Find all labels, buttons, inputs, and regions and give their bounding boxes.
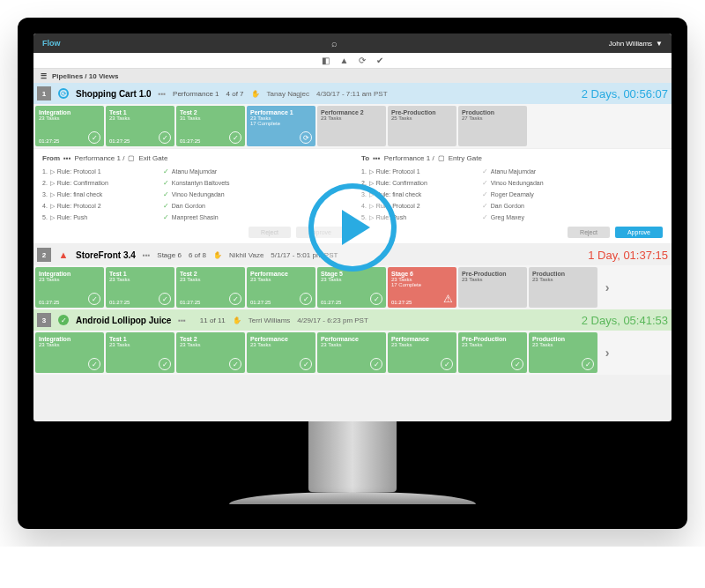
stage-tasks: 23 Tasks bbox=[109, 115, 171, 121]
stage-tasks: 31 Tasks bbox=[180, 115, 241, 121]
gate-rule-row: 3.▷Rule: final check ✓Roger Dearnaly bbox=[361, 189, 663, 200]
stage-tasks: 23 Tasks bbox=[180, 277, 241, 282]
stage-subtext: 17 Complete bbox=[250, 121, 312, 126]
rule-icon: ▷ bbox=[50, 203, 55, 210]
success-icon: ✓ bbox=[58, 315, 69, 325]
approve-button[interactable]: Approve bbox=[615, 227, 663, 238]
stage-name: Performance 1 bbox=[250, 109, 312, 115]
pipeline-number: 2 bbox=[37, 248, 51, 262]
toolbar: ◧ ▲ ⟳ ✔ bbox=[33, 53, 672, 69]
stage-card[interactable]: Production 23 Tasks ✓ bbox=[529, 332, 597, 373]
rule-name: Rule: Protocol 1 bbox=[376, 168, 420, 175]
pending-icon: ✓ bbox=[482, 213, 488, 221]
stage-name: Production bbox=[532, 336, 594, 342]
rule-name: Rule: final check bbox=[57, 191, 102, 197]
gate-rule-row: 3.▷Rule: final check ✓Vinoo Nedungadan bbox=[42, 189, 344, 200]
stage-card[interactable]: Test 1 23 Tasks ✓ bbox=[106, 332, 174, 373]
running-icon: ⟳ bbox=[58, 88, 69, 99]
approver-name: Vinoo Nedungadan bbox=[491, 180, 544, 186]
stage-card[interactable]: Production 23 Tasks bbox=[529, 267, 597, 308]
stage-card[interactable]: Test 2 23 Tasks ✓ bbox=[176, 332, 245, 373]
approver-name: Dan Gordon bbox=[172, 203, 205, 209]
app-screen: Flow ⌕ John Williams ▼ ◧ ▲ ⟳ ✔ ☰ Pipelin… bbox=[33, 33, 672, 421]
stage-card[interactable]: Integration 23 Tasks 01:27:25✓ bbox=[35, 106, 104, 146]
pipeline-owner: Tanay Nagjec bbox=[267, 90, 309, 98]
stage-time: 01:27:25 bbox=[321, 300, 341, 305]
pending-icon: ✓ bbox=[482, 202, 488, 210]
menu-icon[interactable]: ☰ bbox=[41, 72, 47, 80]
approver-name: Konstantyn Baltovets bbox=[172, 180, 230, 186]
stage-name: Test 2 bbox=[180, 109, 241, 115]
stage-card[interactable]: Stage 5 23 Tasks 01:27:25✓ bbox=[317, 267, 386, 308]
pipeline-stage: Performance 1 bbox=[173, 90, 219, 98]
stage-tasks: 23 Tasks bbox=[109, 342, 171, 347]
stage-tasks: 23 Tasks bbox=[39, 277, 100, 282]
stage-card[interactable]: Test 1 23 Tasks 01:27:25✓ bbox=[106, 267, 174, 308]
stage-card[interactable]: Integration 23 Tasks ✓ bbox=[35, 332, 104, 373]
pipeline-stage: Stage 6 bbox=[157, 251, 182, 259]
gate-rule-row: 2.▷Rule: Confirmation ✓Konstantyn Baltov… bbox=[42, 177, 344, 189]
check-icon: ✓ bbox=[370, 358, 382, 370]
stage-card[interactable]: Performance 23 Tasks ✓ bbox=[317, 332, 386, 373]
stage-card[interactable]: Performance 23 Tasks ✓ bbox=[388, 332, 456, 373]
rule-name: Rule: Protocol 1 bbox=[57, 168, 101, 175]
stage-card[interactable]: Performance 23 Tasks ✓ bbox=[247, 332, 315, 373]
user-menu[interactable]: John Williams ▼ bbox=[609, 40, 663, 48]
stage-time: 01:27:25 bbox=[180, 300, 200, 305]
check-icon: ✓ bbox=[163, 179, 169, 187]
filter-icon[interactable]: ◧ bbox=[322, 56, 330, 65]
check-icon: ✓ bbox=[229, 293, 241, 305]
stage-card[interactable]: Stage 6 23 Tasks17 Complete 01:27:25⚠ bbox=[388, 267, 456, 308]
gate-rule-row: 5.▷Rule: Push ✓Manpreet Shasin bbox=[42, 212, 344, 223]
stage-card[interactable]: Performance 1 23 Tasks17 Complete ⟳ bbox=[247, 106, 315, 146]
stage-card[interactable]: Pre-Production 23 Tasks ✓ bbox=[458, 332, 527, 373]
pipeline-progress: 4 of 7 bbox=[226, 90, 244, 98]
refresh-icon[interactable]: ⟳ bbox=[359, 56, 366, 65]
stage-indicator-icon: ▪▪▪ bbox=[178, 316, 186, 324]
check-icon: ✓ bbox=[300, 358, 312, 370]
stage-time: 01:27:25 bbox=[180, 138, 200, 144]
scroll-right-icon[interactable]: › bbox=[599, 332, 615, 373]
stage-card[interactable]: Pre-Production 23 Tasks bbox=[458, 267, 527, 308]
check-icon: ✓ bbox=[163, 190, 169, 198]
gate-panel: From ▪▪▪ Performance 1 / ▢ Exit Gate 1.▷… bbox=[42, 154, 344, 238]
stage-tasks: 27 Tasks bbox=[462, 115, 523, 121]
stage-tasks: 23 Tasks bbox=[39, 342, 100, 347]
rule-icon: ▷ bbox=[369, 168, 374, 175]
pipeline-name: Shopping Cart 1.0 bbox=[76, 89, 152, 99]
stage-card[interactable]: Performance 2 23 Tasks bbox=[317, 106, 386, 146]
stage-tasks: 23 Tasks bbox=[180, 342, 241, 347]
monitor-frame: Flow ⌕ John Williams ▼ ◧ ▲ ⟳ ✔ ☰ Pipelin… bbox=[18, 18, 687, 529]
check-icon[interactable]: ✔ bbox=[376, 56, 383, 65]
stage-tasks: 23 Tasks bbox=[321, 277, 382, 282]
scroll-right-icon[interactable]: › bbox=[599, 267, 615, 308]
pipeline-timer: 2 Days, 00:56:07 bbox=[582, 87, 668, 100]
pipeline-timer: 2 Days, 05:41:53 bbox=[582, 314, 668, 327]
rule-icon: ▷ bbox=[50, 168, 55, 175]
stage-card[interactable]: Test 1 23 Tasks 01:27:25✓ bbox=[106, 106, 174, 146]
rule-icon: ▷ bbox=[50, 191, 55, 198]
stage-tasks: 23 Tasks bbox=[109, 277, 171, 282]
check-icon: ✓ bbox=[159, 131, 171, 144]
breadcrumb-text: Pipelines / 10 Views bbox=[52, 72, 118, 80]
stage-card[interactable]: Test 2 31 Tasks 01:27:25✓ bbox=[176, 106, 245, 146]
stage-card[interactable]: Performance 23 Tasks 01:27:25✓ bbox=[247, 267, 315, 308]
stage-tasks: 23 Tasks bbox=[391, 342, 453, 347]
stage-card[interactable]: Integration 23 Tasks 01:27:25✓ bbox=[35, 267, 104, 308]
check-icon: ✓ bbox=[229, 131, 241, 144]
play-button[interactable] bbox=[308, 183, 397, 272]
pipeline-header[interactable]: 1 ⟳ Shopping Cart 1.0 ▪▪▪ Performance 1 … bbox=[33, 83, 672, 104]
search-area: ⌕ bbox=[61, 38, 609, 48]
stage-tasks: 23 Tasks bbox=[532, 277, 594, 282]
stage-tasks: 23 Tasks bbox=[250, 277, 312, 282]
check-icon: ✓ bbox=[159, 293, 171, 305]
approver-name: Atanu Majumdar bbox=[172, 168, 217, 175]
stage-card[interactable]: Pre-Production 25 Tasks bbox=[388, 106, 456, 146]
stage-card[interactable]: Production 27 Tasks bbox=[458, 106, 527, 146]
warning-icon[interactable]: ▲ bbox=[340, 56, 349, 65]
stage-card[interactable]: Test 2 23 Tasks 01:27:25✓ bbox=[176, 267, 245, 308]
reject-button[interactable]: Reject bbox=[568, 227, 610, 238]
pipeline-header[interactable]: 3 ✓ Android Lollipop Juice ▪▪▪ 11 of 11 … bbox=[33, 309, 672, 331]
breadcrumb: ☰ Pipelines / 10 Views bbox=[33, 69, 672, 83]
search-icon[interactable]: ⌕ bbox=[331, 38, 338, 48]
